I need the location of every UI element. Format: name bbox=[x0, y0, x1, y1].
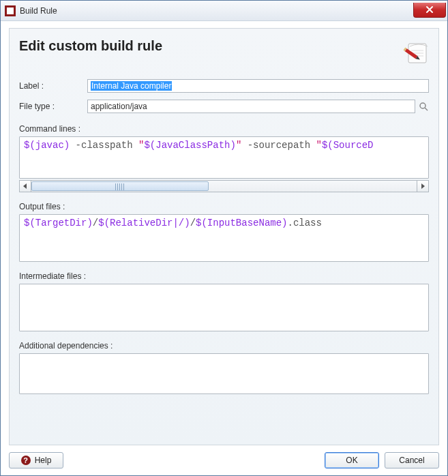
command-lines-input[interactable]: $(javac) -classpath "$(JavaClassPath)" -… bbox=[19, 136, 429, 179]
page-title: Edit custom build rule bbox=[19, 38, 162, 54]
window-title: Build Rule bbox=[20, 6, 57, 16]
cmd-token: -classpath bbox=[70, 140, 138, 151]
out-token: $(InputBaseName) bbox=[196, 218, 287, 228]
ok-button[interactable]: OK bbox=[325, 452, 379, 468]
dialog-window: Build Rule Edit custom build rule bbox=[0, 0, 448, 476]
svg-point-7 bbox=[420, 103, 425, 108]
scroll-thumb[interactable] bbox=[31, 181, 209, 191]
filetype-input[interactable]: application/java bbox=[87, 100, 415, 113]
out-token: / bbox=[190, 218, 196, 228]
out-token: .class bbox=[287, 218, 321, 228]
triangle-left-icon bbox=[23, 183, 28, 189]
button-bar: ? Help OK Cancel bbox=[9, 452, 439, 468]
output-files-input[interactable]: $(TargetDir)/$(RelativeDir|/)/$(InputBas… bbox=[19, 214, 429, 262]
scroll-left-button[interactable] bbox=[19, 180, 31, 192]
titlebar[interactable]: Build Rule bbox=[1, 1, 447, 21]
scroll-track[interactable] bbox=[31, 180, 417, 192]
label-row: Label : Internal Java compiler bbox=[19, 79, 429, 93]
adddep-caption: Additional dependencies : bbox=[19, 341, 429, 351]
help-button-label: Help bbox=[35, 456, 52, 465]
panel-header: Edit custom build rule bbox=[19, 38, 429, 65]
close-icon bbox=[425, 5, 434, 14]
ok-button-label: OK bbox=[346, 456, 357, 465]
close-button[interactable] bbox=[413, 3, 446, 18]
cancel-button[interactable]: Cancel bbox=[385, 452, 439, 468]
cmd-token: " bbox=[316, 140, 322, 151]
intermediate-caption: Intermediate files : bbox=[19, 271, 429, 281]
cmd-token: $(SourceD bbox=[322, 140, 374, 151]
notepad-pencil-icon bbox=[402, 38, 429, 65]
output-caption: Output files : bbox=[19, 202, 429, 211]
cmd-token: $(JavaClassPath) bbox=[144, 140, 235, 151]
main-panel: Edit custom build rule bbox=[9, 28, 439, 445]
label-input[interactable]: Internal Java compiler bbox=[87, 79, 429, 93]
triangle-right-icon bbox=[420, 183, 425, 189]
svg-marker-10 bbox=[421, 183, 425, 189]
filetype-row: File type : application/java bbox=[19, 100, 429, 113]
cmd-token: $(javac) bbox=[24, 140, 70, 151]
svg-line-8 bbox=[425, 108, 428, 110]
out-token: $(TargetDir) bbox=[24, 218, 93, 228]
filetype-input-text: application/java bbox=[91, 102, 147, 111]
cmd-token: -sourcepath bbox=[241, 140, 316, 151]
help-button[interactable]: ? Help bbox=[9, 452, 63, 468]
cancel-button-label: Cancel bbox=[399, 456, 424, 465]
intermediate-files-input[interactable] bbox=[19, 284, 429, 331]
command-caption: Command lines : bbox=[19, 124, 429, 134]
filetype-caption: File type : bbox=[19, 102, 87, 111]
magnifier-icon bbox=[419, 102, 428, 111]
label-input-text: Internal Java compiler bbox=[91, 81, 172, 91]
label-caption: Label : bbox=[19, 81, 87, 91]
out-token: $(RelativeDir|/) bbox=[98, 218, 190, 228]
app-icon bbox=[5, 5, 16, 16]
filetype-browse-button[interactable] bbox=[418, 100, 429, 113]
additional-dependencies-input[interactable] bbox=[19, 353, 429, 394]
svg-marker-9 bbox=[23, 183, 27, 189]
command-scrollbar[interactable] bbox=[19, 180, 429, 192]
content-area: Edit custom build rule bbox=[1, 21, 447, 475]
scroll-right-button[interactable] bbox=[417, 180, 429, 192]
help-icon: ? bbox=[21, 456, 31, 465]
out-token: / bbox=[93, 218, 98, 228]
